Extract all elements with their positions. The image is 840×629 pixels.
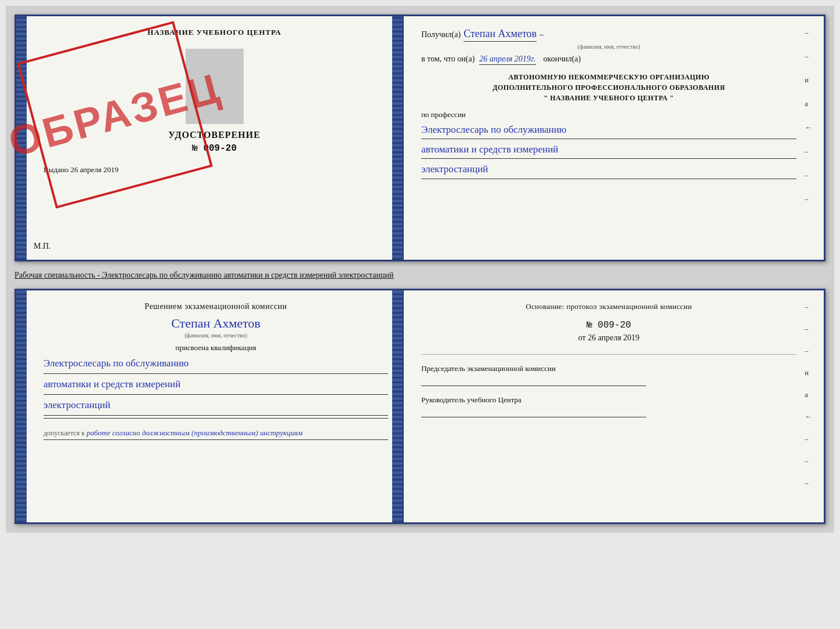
protocol-date-value: 26 апреля 2019 xyxy=(588,333,639,342)
org-line1: АВТОНОМНУЮ НЕКОММЕРЧЕСКУЮ ОРГАНИЗАЦИЮ xyxy=(421,72,796,82)
issued-line: Выдано 26 апреля 2019 xyxy=(44,165,385,174)
decision-text: Решением экзаменационной комиссии xyxy=(44,302,388,311)
fio-value-top: Степан Ахметов xyxy=(464,28,537,42)
spine-left-decoration xyxy=(16,16,27,260)
qual-line2: автоматики и средств измерений xyxy=(44,376,388,395)
vtom-line: в том, что он(а) 26 апреля 2019г. окончи… xyxy=(421,54,796,65)
issued-date: 26 апреля 2019 xyxy=(71,165,119,174)
okончил-label: окончил(а) xyxy=(544,54,581,64)
bottom-left-panel: Решением экзаменационной комиссии Степан… xyxy=(16,290,404,522)
profession-line1: Электрослесарь по обслуживанию xyxy=(421,122,796,139)
profession-label: по профессии xyxy=(421,110,796,119)
date-value-top: 26 апреля 2019г. xyxy=(479,54,535,65)
org-name-block: АВТОНОМНУЮ НЕКОММЕРЧЕСКУЮ ОРГАНИЗАЦИЮ ДО… xyxy=(421,72,796,103)
protocol-number: № 009-20 xyxy=(421,320,796,330)
bottom-spine-left xyxy=(16,290,27,522)
cert-title: УДОСТОВЕРЕНИЕ xyxy=(44,130,385,140)
allowed-prefix: допускается к xyxy=(44,429,85,437)
mp-label: М.П. xyxy=(34,242,51,251)
separator1 xyxy=(421,354,796,355)
chairman-block: Председатель экзаменационной комиссии xyxy=(421,363,796,386)
top-right-inner: Получил(а) Степан Ахметов – (фамилия, им… xyxy=(421,28,796,179)
head-title: Руководитель учебного Центра xyxy=(421,395,796,405)
bottom-right-panel: Основание: протокол экзаменационной коми… xyxy=(404,290,824,522)
qual-line1: Электрослесарь по обслуживанию xyxy=(44,355,388,374)
assigned-label: присвоена квалификация xyxy=(44,343,388,352)
top-left-panel: НАЗВАНИЕ УЧЕБНОГО ЦЕНТРА УДОСТОВЕРЕНИЕ №… xyxy=(16,16,404,260)
top-document: НАЗВАНИЕ УЧЕБНОГО ЦЕНТРА УДОСТОВЕРЕНИЕ №… xyxy=(15,14,825,261)
chairman-sig-line xyxy=(421,386,646,386)
head-block: Руководитель учебного Центра xyxy=(421,395,796,417)
subtitle-text: Рабочая специальность - Электрослесарь п… xyxy=(15,266,825,284)
top-left-inner: НАЗВАНИЕ УЧЕБНОГО ЦЕНТРА УДОСТОВЕРЕНИЕ №… xyxy=(44,28,385,174)
profession-line2: автоматики и средств измерений xyxy=(421,141,796,159)
dash1: – xyxy=(540,30,544,39)
spine-right-decoration xyxy=(392,16,403,260)
allowed-line: допускается к работе согласно должностны… xyxy=(44,427,388,439)
fio-subtext-top: (фамилия, имя, отчество) xyxy=(421,43,796,50)
bottom-document: Решением экзаменационной комиссии Степан… xyxy=(15,289,825,524)
allowed-underline xyxy=(44,439,388,440)
head-sig-line xyxy=(421,417,646,417)
bottom-left-inner: Решением экзаменационной комиссии Степан… xyxy=(44,302,388,440)
issued-label: Выдано xyxy=(44,165,68,174)
top-right-panel: Получил(а) Степан Ахметов – (фамилия, им… xyxy=(404,16,824,260)
protocol-date: от 26 апреля 2019 xyxy=(421,333,796,343)
bottom-right-inner: Основание: протокол экзаменационной коми… xyxy=(421,302,796,417)
bottom-spine-right xyxy=(392,290,403,522)
page-container: НАЗВАНИЕ УЧЕБНОГО ЦЕНТРА УДОСТОВЕРЕНИЕ №… xyxy=(6,6,834,533)
chairman-title: Председатель экзаменационной комиссии xyxy=(421,363,796,374)
qual-underline xyxy=(44,418,388,419)
org-line3: " НАЗВАНИЕ УЧЕБНОГО ЦЕНТРА " xyxy=(421,93,796,103)
photo-area xyxy=(186,49,244,124)
received-line: Получил(а) Степан Ахметов – xyxy=(421,28,796,42)
received-label: Получил(а) xyxy=(421,30,461,39)
fio-bottom: Степан Ахметов xyxy=(44,316,388,331)
vtom-label: в том, что он(а) xyxy=(421,54,475,64)
right-side-marks-top: – – и а ← – – – xyxy=(805,28,812,203)
school-name-top: НАЗВАНИЕ УЧЕБНОГО ЦЕНТРА xyxy=(44,28,385,37)
allowed-text: работе согласно должностным (производств… xyxy=(86,428,302,437)
qual-line3: электростанций xyxy=(44,397,388,416)
cert-number: № 009-20 xyxy=(44,143,385,154)
fio-subtext-bottom: (фамилия, имя, отчество) xyxy=(44,332,388,339)
osnov-text: Основание: протокол экзаменационной коми… xyxy=(421,302,796,311)
protocol-date-prefix: от xyxy=(578,333,586,342)
profession-line3: электростанций xyxy=(421,161,796,179)
right-side-marks-bottom: – – – и а ← – – – xyxy=(805,302,812,488)
org-line2: ДОПОЛНИТЕЛЬНОГО ПРОФЕССИОНАЛЬНОГО ОБРАЗО… xyxy=(421,82,796,93)
